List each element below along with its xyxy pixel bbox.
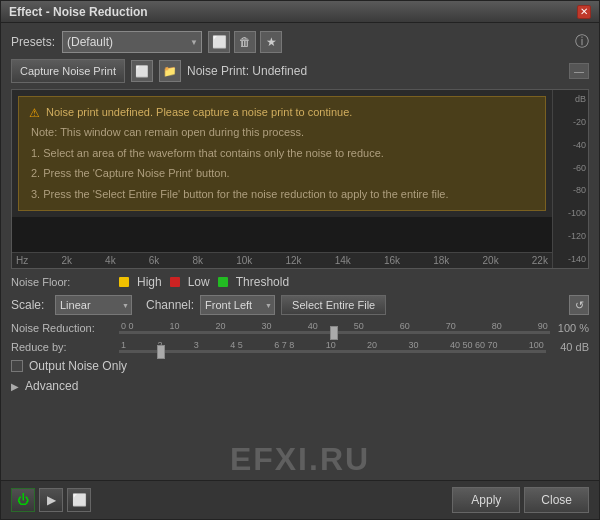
freq-8k: 8k <box>192 255 203 266</box>
apply-button[interactable]: Apply <box>452 487 520 513</box>
noise-reduction-slider[interactable] <box>119 331 550 334</box>
db-minus80: -80 <box>555 185 586 195</box>
spectrum-container: ⚠ Noise print undefined. Please capture … <box>11 89 589 269</box>
freq-22k: 22k <box>532 255 548 266</box>
info-icon[interactable]: ⓘ <box>575 33 589 51</box>
spectrum-main: ⚠ Noise print undefined. Please capture … <box>12 90 552 268</box>
db-minus120: -120 <box>555 231 586 241</box>
power-icon: ⏻ <box>17 493 29 507</box>
threshold-label: Threshold <box>236 275 289 289</box>
scale-row: Scale: Linear Logarithmic Channel: Front… <box>11 295 589 315</box>
delete-preset-button[interactable]: 🗑 <box>234 31 256 53</box>
low-label: Low <box>188 275 210 289</box>
close-button[interactable]: Close <box>524 487 589 513</box>
freq-20k: 20k <box>483 255 499 266</box>
power-button[interactable]: ⏻ <box>11 488 35 512</box>
db-minus40: -40 <box>555 140 586 150</box>
warning-step3-text: 3. Press the 'Select Entire File' button… <box>29 186 535 203</box>
bottom-bar: ⏻ ▶ ⬜ Apply Close <box>1 480 599 519</box>
freq-4k: 4k <box>105 255 116 266</box>
threshold-indicator <box>218 277 228 287</box>
warning-note-text: Note: This window can remain open during… <box>29 124 535 141</box>
noise-floor-label: Noise Floor: <box>11 276 111 288</box>
db-minus60: -60 <box>555 163 586 173</box>
reset-icon-button[interactable]: ↺ <box>569 295 589 315</box>
freq-6k: 6k <box>149 255 160 266</box>
high-label: High <box>137 275 162 289</box>
warning-step1-text: 1. Select an area of the waveform that c… <box>29 145 535 162</box>
spectrum-graph <box>12 217 552 252</box>
noise-reduction-percent: 100 % <box>558 322 589 334</box>
favorite-preset-button[interactable]: ★ <box>260 31 282 53</box>
export-button[interactable]: ⬜ <box>67 488 91 512</box>
freq-18k: 18k <box>433 255 449 266</box>
collapse-button[interactable]: — <box>569 63 589 79</box>
title-bar: Effect - Noise Reduction ✕ <box>1 1 599 23</box>
noise-print-label: Noise Print: Undefined <box>187 64 307 78</box>
channel-label: Channel: <box>146 298 194 312</box>
content-area: Presets: (Default) ⬜ 🗑 ★ ⓘ Capture Noise… <box>1 23 599 480</box>
warning-icon: ⚠ <box>29 106 40 120</box>
presets-row: Presets: (Default) ⬜ 🗑 ★ ⓘ <box>11 31 589 53</box>
db-minus140: -140 <box>555 254 586 264</box>
reduce-by-slider[interactable] <box>119 350 546 353</box>
reduce-by-db: 40 dB <box>554 341 589 353</box>
window-close-button[interactable]: ✕ <box>577 5 591 19</box>
advanced-expand-icon: ▶ <box>11 381 19 392</box>
freq-16k: 16k <box>384 255 400 266</box>
reduce-by-label: Reduce by: <box>11 341 111 353</box>
noise-reduction-label: Noise Reduction: <box>11 322 111 334</box>
db-minus100: -100 <box>555 208 586 218</box>
presets-dropdown[interactable]: (Default) <box>62 31 202 53</box>
freq-ruler: Hz 2k 4k 6k 8k 10k 12k 14k 16k 18k 20k 2… <box>12 252 552 268</box>
noise-reduction-row: Noise Reduction: 0 0 10 20 30 40 50 60 7… <box>11 321 589 334</box>
preset-icon-group: ⬜ 🗑 ★ <box>208 31 282 53</box>
db-minus20: -20 <box>555 117 586 127</box>
scale-label: Scale: <box>11 298 49 312</box>
toolbar-row: Capture Noise Print ⬜ 📁 Noise Print: Und… <box>11 59 589 83</box>
output-noise-row: Output Noise Only <box>11 359 589 373</box>
warning-box: ⚠ Noise print undefined. Please capture … <box>18 96 546 211</box>
presets-label: Presets: <box>11 35 56 49</box>
copy-icon[interactable]: ⬜ <box>131 60 153 82</box>
warning-line: ⚠ Noise print undefined. Please capture … <box>29 105 535 120</box>
warning-main-text: Noise print undefined. Please capture a … <box>46 105 352 120</box>
play-icon: ▶ <box>47 493 56 507</box>
main-window: Effect - Noise Reduction ✕ Presets: (Def… <box>0 0 600 520</box>
freq-2k: 2k <box>61 255 72 266</box>
window-title: Effect - Noise Reduction <box>9 5 148 19</box>
freq-10k: 10k <box>236 255 252 266</box>
warning-step2-text: 2. Press the 'Capture Noise Print' butto… <box>29 165 535 182</box>
channel-dropdown[interactable]: Front Left Front Right <box>200 295 275 315</box>
noise-floor-row: Noise Floor: High Low Threshold <box>11 275 589 289</box>
select-entire-file-button[interactable]: Select Entire File <box>281 295 386 315</box>
folder-icon[interactable]: 📁 <box>159 60 181 82</box>
reduce-by-row: Reduce by: 1 2 3 4 5 6 7 8 10 20 30 40 5… <box>11 340 589 353</box>
output-noise-label: Output Noise Only <box>29 359 127 373</box>
db-ruler: dB -20 -40 -60 -80 -100 -120 -140 <box>552 90 588 268</box>
channel-select-wrapper: Front Left Front Right <box>200 295 275 315</box>
scale-dropdown[interactable]: Linear Logarithmic <box>55 295 132 315</box>
advanced-row[interactable]: ▶ Advanced <box>11 379 589 393</box>
scale-select-wrapper: Linear Logarithmic <box>55 295 132 315</box>
capture-noise-print-button[interactable]: Capture Noise Print <box>11 59 125 83</box>
db-label: dB <box>555 94 586 104</box>
freq-12k: 12k <box>285 255 301 266</box>
export-icon: ⬜ <box>72 493 87 507</box>
freq-14k: 14k <box>335 255 351 266</box>
advanced-label: Advanced <box>25 379 78 393</box>
play-button[interactable]: ▶ <box>39 488 63 512</box>
save-preset-button[interactable]: ⬜ <box>208 31 230 53</box>
output-noise-checkbox[interactable] <box>11 360 23 372</box>
high-indicator <box>119 277 129 287</box>
low-indicator <box>170 277 180 287</box>
presets-select-wrapper: (Default) <box>62 31 202 53</box>
freq-hz: Hz <box>16 255 28 266</box>
